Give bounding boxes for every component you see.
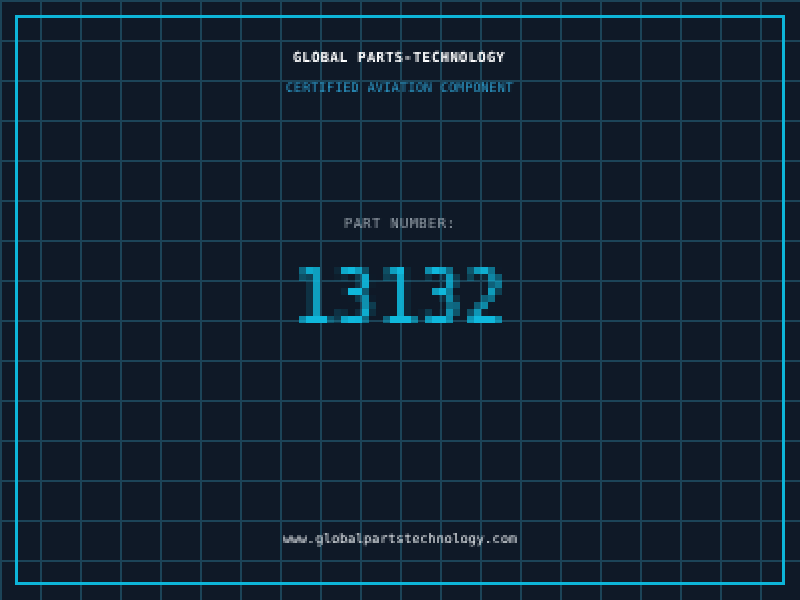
blueprint-part-card: GLOBAL PARTS-TECHNOLOGY CERTIFIED AVIATI… bbox=[0, 0, 800, 600]
part-number-label: PART NUMBER: bbox=[342, 214, 458, 234]
company-tagline-text-pixels bbox=[284, 78, 516, 98]
company-title-text-pixels bbox=[291, 48, 509, 68]
website-url-text-pixels bbox=[281, 529, 519, 549]
website-url: www.globalpartstechnology.com bbox=[281, 529, 519, 549]
part-number-label-text-pixels bbox=[342, 214, 458, 234]
part-number-value: 13132 bbox=[285, 253, 516, 351]
part-number-value-text-pixels bbox=[285, 253, 516, 351]
company-title: GLOBAL PARTS-TECHNOLOGY bbox=[291, 48, 509, 68]
company-tagline: CERTIFIED AVIATION COMPONENT bbox=[284, 78, 516, 98]
